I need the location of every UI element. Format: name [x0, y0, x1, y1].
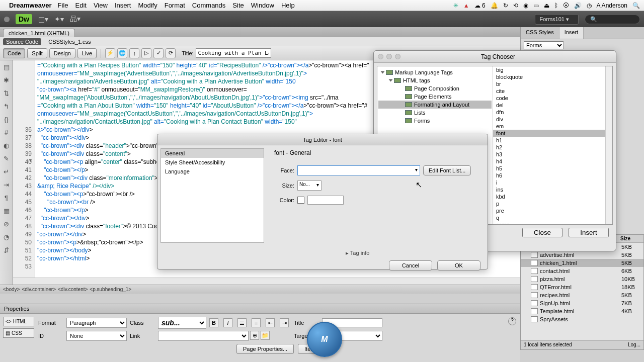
- inspect-icon[interactable]: 🌐: [117, 48, 127, 58]
- file-row[interactable]: pizza.html10KB: [521, 275, 643, 283]
- tag-list[interactable]: bigblockquotebrcitecodedeldfndivemfonth1…: [493, 66, 612, 224]
- layout-icon[interactable]: ▥▾: [38, 15, 48, 23]
- italic-button[interactable]: I: [223, 318, 232, 327]
- workspace-selector[interactable]: Forms101 ▾: [535, 14, 579, 25]
- color-input[interactable]: [307, 196, 344, 205]
- cat-language[interactable]: Language: [161, 167, 264, 176]
- bold-button[interactable]: B: [209, 318, 218, 327]
- format-icon[interactable]: ¶: [2, 194, 11, 203]
- file-row[interactable]: SignUp.html7KB: [521, 299, 643, 307]
- live-view-button[interactable]: Live: [77, 48, 97, 58]
- window-close-icon[interactable]: [4, 17, 10, 22]
- tag-option[interactable]: h4: [493, 158, 612, 165]
- tab-insert[interactable]: Insert: [559, 27, 584, 39]
- split-view-button[interactable]: Split: [27, 48, 47, 58]
- display-icon[interactable]: ▭: [533, 2, 539, 9]
- class-select[interactable]: sub...: [158, 317, 206, 329]
- tag-option[interactable]: dfn: [493, 109, 612, 116]
- properties-header[interactable]: Properties: [0, 304, 520, 314]
- refresh-icon[interactable]: ⟳: [166, 48, 176, 58]
- cat-general[interactable]: General: [161, 149, 264, 158]
- highlight-icon[interactable]: ◐: [2, 142, 11, 151]
- comment-icon[interactable]: ⊘: [2, 220, 11, 229]
- volume-icon[interactable]: 🔊: [574, 2, 582, 9]
- line-num-icon[interactable]: #: [2, 129, 11, 138]
- file-row[interactable]: recipes.html5KB: [521, 291, 643, 299]
- tree-node[interactable]: Page Composition: [378, 84, 492, 93]
- menu-modify[interactable]: Modify: [138, 2, 157, 9]
- menu-file[interactable]: File: [58, 2, 68, 9]
- tag-option[interactable]: samp: [493, 221, 612, 224]
- menu-window[interactable]: Window: [251, 2, 274, 9]
- help-icon[interactable]: ?: [508, 317, 516, 325]
- recent-icon[interactable]: ◔: [2, 233, 11, 242]
- log-link[interactable]: Log...: [628, 342, 640, 348]
- tag-option[interactable]: ins: [493, 186, 612, 193]
- wrap-icon[interactable]: ↵: [2, 168, 11, 177]
- menu-commands[interactable]: Commands: [192, 2, 225, 9]
- taglist-scrollbar[interactable]: [605, 66, 612, 224]
- tag-option[interactable]: p: [493, 200, 612, 207]
- clock-icon[interactable]: ◷: [587, 2, 592, 9]
- spotlight-icon[interactable]: 🔍: [632, 2, 640, 9]
- tag-option[interactable]: em: [493, 123, 612, 130]
- menu-edit[interactable]: Edit: [75, 2, 87, 9]
- expand-icon[interactable]: ⇅: [2, 89, 11, 99]
- color-swatch[interactable]: [297, 197, 304, 204]
- tree-node[interactable]: Formatting and Layout: [378, 101, 492, 109]
- code-view-button[interactable]: Code: [3, 48, 25, 58]
- menu-view[interactable]: View: [94, 2, 108, 9]
- indent-icon[interactable]: ⇥: [2, 181, 11, 190]
- document-tab[interactable]: chicken_1.html (XHTML): [3, 29, 75, 37]
- toolbar-search[interactable]: 🔍: [585, 15, 640, 24]
- tag-option[interactable]: font: [493, 130, 612, 137]
- file-row[interactable]: Template.html4KB: [521, 307, 643, 315]
- tag-option[interactable]: code: [493, 95, 612, 102]
- file-row[interactable]: SpryAssets: [521, 315, 643, 323]
- tag-option[interactable]: h6: [493, 172, 612, 179]
- bluetooth-icon[interactable]: ᛒ: [554, 2, 558, 9]
- status-tree-icon[interactable]: ✳: [453, 2, 458, 9]
- tree-node[interactable]: Markup Language Tags: [378, 68, 492, 76]
- tag-option[interactable]: h5: [493, 165, 612, 172]
- move-icon[interactable]: ⇵: [2, 246, 11, 255]
- user-name[interactable]: A Anderson: [597, 2, 627, 9]
- ul-button[interactable]: ☰: [237, 318, 247, 327]
- preview-icon[interactable]: ▷: [141, 48, 151, 58]
- eye-icon[interactable]: ◉: [523, 2, 528, 9]
- site-icon[interactable]: 品▾: [70, 15, 80, 24]
- source-code-button[interactable]: Source Code: [3, 38, 41, 45]
- tag-path-body[interactable]: <body>: [3, 287, 20, 292]
- category-list[interactable]: General Style Sheet/Accessibility Langua…: [160, 148, 264, 243]
- tag-option[interactable]: h2: [493, 144, 612, 151]
- tag-option[interactable]: q: [493, 214, 612, 221]
- tag-path-container[interactable]: <div.container>: [22, 287, 56, 292]
- browse-icon[interactable]: 📁: [261, 331, 270, 340]
- ok-button[interactable]: OK: [437, 260, 480, 270]
- tree-node[interactable]: Lists: [378, 109, 492, 117]
- tag-option[interactable]: cite: [493, 87, 612, 95]
- tag-option[interactable]: div: [493, 116, 612, 123]
- close-button[interactable]: Close: [522, 228, 562, 237]
- sync2-icon[interactable]: ⟲: [513, 2, 518, 9]
- tag-option[interactable]: i: [493, 179, 612, 186]
- html-mode-button[interactable]: <> HTML: [3, 317, 34, 326]
- server-icon[interactable]: ↕: [129, 48, 139, 58]
- tag-option[interactable]: pre: [493, 207, 612, 214]
- app-name[interactable]: Dreamweaver: [9, 2, 52, 9]
- css-mode-button[interactable]: ▤ CSS: [3, 328, 34, 338]
- extend-icon[interactable]: ✦▾: [54, 15, 64, 23]
- size-combo[interactable]: No...: [297, 180, 321, 191]
- cat-stylesheet[interactable]: Style Sheet/Accessibility: [161, 158, 264, 167]
- design-view-button[interactable]: Design: [49, 48, 75, 58]
- menu-help[interactable]: Help: [281, 2, 295, 9]
- tag-option[interactable]: h3: [493, 151, 612, 158]
- size-column-header[interactable]: Size: [620, 236, 640, 241]
- point-to-file-icon[interactable]: ⊕: [250, 331, 259, 340]
- file-row[interactable]: advertise.html5KB: [521, 251, 643, 259]
- insert-category-select[interactable]: Forms: [524, 41, 564, 49]
- related-file[interactable]: CSSStyles_1.css: [48, 39, 91, 45]
- status-alert-icon[interactable]: ▲: [463, 2, 469, 9]
- collapse-icon[interactable]: ✱: [2, 76, 11, 85]
- cancel-button[interactable]: Cancel: [389, 260, 432, 270]
